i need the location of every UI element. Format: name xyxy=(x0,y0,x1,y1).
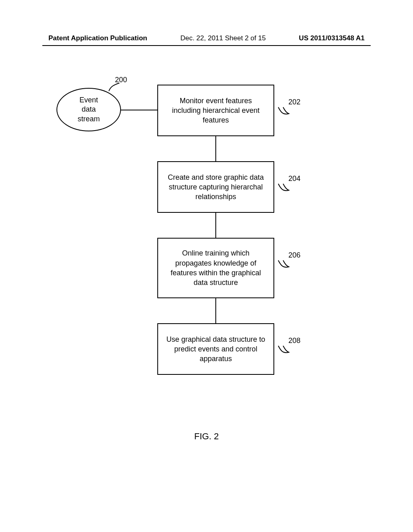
page-header: Patent Application Publication Dec. 22, … xyxy=(0,34,413,42)
connector-206-to-208 xyxy=(215,298,216,323)
box-202-text: Monitor event features including hierarc… xyxy=(165,96,266,125)
reference-curve-204 xyxy=(277,183,290,193)
reference-number-208: 208 xyxy=(288,337,300,345)
process-box-204: Create and store graphic data structure … xyxy=(157,161,274,213)
connector-204-to-206 xyxy=(215,213,216,238)
reference-curve-206 xyxy=(277,260,290,269)
process-box-208: Use graphical data structure to predict … xyxy=(157,323,274,375)
process-box-202: Monitor event features including hierarc… xyxy=(157,85,274,136)
reference-number-202: 202 xyxy=(288,98,300,106)
header-left: Patent Application Publication xyxy=(48,34,147,42)
ellipse-text: Event data stream xyxy=(77,96,100,124)
connector-ellipse-to-202 xyxy=(121,110,157,110)
box-204-text: Create and store graphic data structure … xyxy=(165,172,266,202)
reference-curve-208 xyxy=(277,345,290,355)
reference-number-206: 206 xyxy=(288,251,300,260)
box-206-text: Online training which propagates knowled… xyxy=(165,248,266,287)
header-divider xyxy=(42,45,371,46)
box-208-text: Use graphical data structure to predict … xyxy=(165,335,266,364)
reference-number-204: 204 xyxy=(288,175,300,183)
reference-curve-200 xyxy=(108,82,120,92)
figure-label: FIG. 2 xyxy=(0,431,413,442)
header-right: US 2011/0313548 A1 xyxy=(299,34,365,42)
process-box-206: Online training which propagates knowled… xyxy=(157,238,274,298)
header-center: Dec. 22, 2011 Sheet 2 of 15 xyxy=(180,34,266,42)
connector-202-to-204 xyxy=(215,136,216,161)
event-data-stream-node: Event data stream xyxy=(56,88,121,131)
reference-curve-202 xyxy=(277,106,290,116)
